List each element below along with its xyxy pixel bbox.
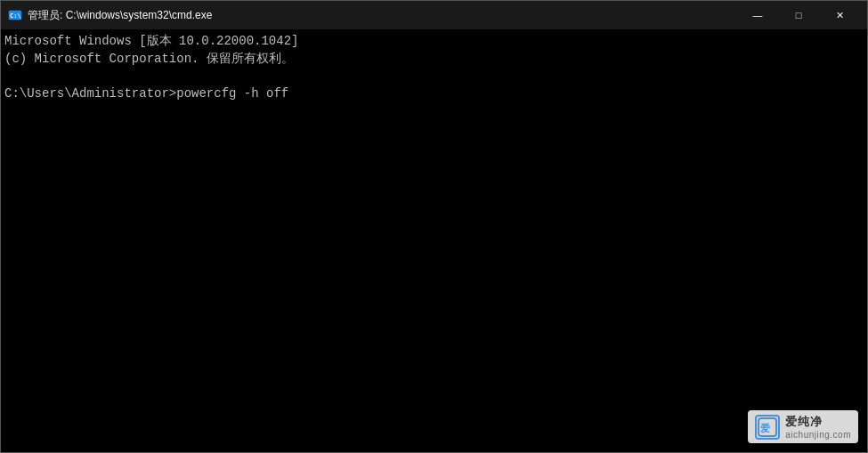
watermark-text: 爱纯净 aichunjing.com bbox=[785, 414, 851, 440]
watermark-logo: 爱 bbox=[755, 415, 780, 440]
window-controls: — □ ✕ bbox=[737, 1, 860, 29]
watermark: 爱 爱纯净 aichunjing.com bbox=[748, 410, 858, 443]
maximize-button[interactable]: □ bbox=[778, 1, 819, 29]
svg-text:C:\: C:\ bbox=[10, 12, 21, 20]
watermark-sub-text: aichunjing.com bbox=[785, 430, 851, 440]
minimize-button[interactable]: — bbox=[737, 1, 778, 29]
title-bar: C:\ 管理员: C:\windows\system32\cmd.exe — □… bbox=[1, 1, 867, 29]
window-title: 管理员: C:\windows\system32\cmd.exe bbox=[28, 8, 737, 23]
terminal-content: Microsoft Windows [版本 10.0.22000.1042] (… bbox=[4, 33, 864, 102]
terminal-body[interactable]: Microsoft Windows [版本 10.0.22000.1042] (… bbox=[1, 29, 867, 452]
close-button[interactable]: ✕ bbox=[819, 1, 860, 29]
window-icon: C:\ bbox=[8, 8, 22, 22]
watermark-main-text: 爱纯净 bbox=[785, 414, 851, 430]
svg-text:爱: 爱 bbox=[760, 423, 770, 433]
cmd-window: C:\ 管理员: C:\windows\system32\cmd.exe — □… bbox=[0, 0, 868, 453]
